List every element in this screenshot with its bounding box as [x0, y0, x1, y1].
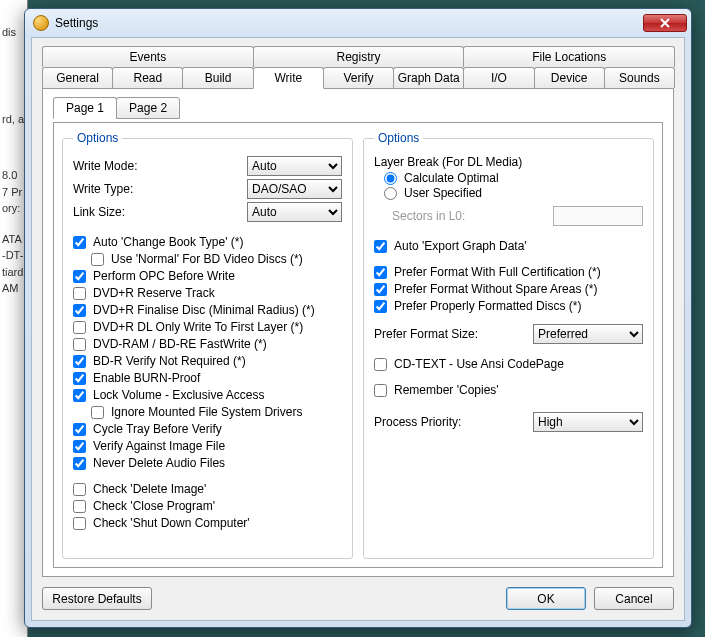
close-button[interactable] [643, 14, 687, 32]
bdr-verify-checkbox[interactable] [73, 355, 86, 368]
check-close-program-label[interactable]: Check 'Close Program' [93, 498, 215, 514]
write-type-select[interactable]: DAO/SAO [247, 179, 342, 199]
remember-copies-label[interactable]: Remember 'Copies' [394, 382, 499, 398]
radio-user-specified-label[interactable]: User Specified [404, 186, 482, 200]
verify-against-image-checkbox[interactable] [73, 440, 86, 453]
link-size-label: Link Size: [73, 205, 241, 219]
settings-window: Settings Events Registry File Locations … [24, 8, 692, 628]
cdtext-ansi-checkbox[interactable] [374, 358, 387, 371]
layer-break-title: Layer Break (For DL Media) [374, 155, 643, 169]
prefer-no-spare-label[interactable]: Prefer Format Without Spare Areas (*) [394, 281, 597, 297]
tab-panel: Page 1 Page 2 Options Write Mode: Auto [42, 88, 674, 577]
enable-burnproof-checkbox[interactable] [73, 372, 86, 385]
use-normal-bd-checkbox[interactable] [91, 253, 104, 266]
auto-change-book-type-label[interactable]: Auto 'Change Book Type' (*) [93, 234, 243, 250]
client-area: Events Registry File Locations General R… [31, 37, 685, 621]
never-delete-audio-label[interactable]: Never Delete Audio Files [93, 455, 225, 471]
dvdr-finalise-checkbox[interactable] [73, 304, 86, 317]
prefer-properly-fmt-label[interactable]: Prefer Properly Formatted Discs (*) [394, 298, 581, 314]
verify-against-image-label[interactable]: Verify Against Image File [93, 438, 225, 454]
dvdram-fastwrite-checkbox[interactable] [73, 338, 86, 351]
cycle-tray-label[interactable]: Cycle Tray Before Verify [93, 421, 222, 437]
process-priority-label: Process Priority: [374, 415, 527, 429]
dialog-footer: Restore Defaults OK Cancel [42, 577, 674, 610]
prefer-full-cert-label[interactable]: Prefer Format With Full Certification (*… [394, 264, 601, 280]
tab-write[interactable]: Write [253, 67, 324, 89]
right-options-group: Options Layer Break (For DL Media) Calcu… [363, 131, 654, 559]
tab-row-bottom: General Read Build Write Verify Graph Da… [42, 67, 674, 88]
ok-button[interactable]: OK [506, 587, 586, 610]
prefer-no-spare-checkbox[interactable] [374, 283, 387, 296]
dvdr-dl-first-checkbox[interactable] [73, 321, 86, 334]
tab-read[interactable]: Read [112, 67, 183, 88]
perform-opc-checkbox[interactable] [73, 270, 86, 283]
left-options-group: Options Write Mode: Auto Write Type: DAO… [62, 131, 353, 559]
page-1-area: Options Write Mode: Auto Write Type: DAO… [53, 122, 663, 568]
auto-export-graph-checkbox[interactable] [374, 240, 387, 253]
window-title: Settings [55, 16, 643, 30]
dvdr-reserve-checkbox[interactable] [73, 287, 86, 300]
prefer-format-size-select[interactable]: Preferred [533, 324, 643, 344]
use-normal-bd-label[interactable]: Use 'Normal' For BD Video Discs (*) [111, 251, 303, 267]
write-type-label: Write Type: [73, 182, 241, 196]
write-mode-select[interactable]: Auto [247, 156, 342, 176]
radio-calc-optimal-label[interactable]: Calculate Optimal [404, 171, 499, 185]
tab-general[interactable]: General [42, 67, 113, 88]
tab-file-locations[interactable]: File Locations [463, 46, 675, 67]
auto-export-graph-label[interactable]: Auto 'Export Graph Data' [394, 238, 527, 254]
left-options-legend: Options [73, 131, 122, 145]
link-size-select[interactable]: Auto [247, 202, 342, 222]
check-delete-image-label[interactable]: Check 'Delete Image' [93, 481, 206, 497]
dvdr-dl-first-label[interactable]: DVD+R DL Only Write To First Layer (*) [93, 319, 303, 335]
tab-sounds[interactable]: Sounds [604, 67, 675, 88]
check-shutdown-checkbox[interactable] [73, 517, 86, 530]
titlebar[interactable]: Settings [25, 9, 691, 37]
dvdr-finalise-label[interactable]: DVD+R Finalise Disc (Minimal Radius) (*) [93, 302, 315, 318]
tab-build[interactable]: Build [182, 67, 253, 88]
sectors-l0-label: Sectors in L0: [392, 209, 547, 223]
page-tab-1[interactable]: Page 1 [53, 97, 117, 119]
perform-opc-label[interactable]: Perform OPC Before Write [93, 268, 235, 284]
cdtext-ansi-label[interactable]: CD-TEXT - Use Ansi CodePage [394, 356, 564, 372]
tab-row-top: Events Registry File Locations [42, 46, 674, 67]
tab-io[interactable]: I/O [463, 67, 534, 88]
restore-defaults-button[interactable]: Restore Defaults [42, 587, 152, 610]
sectors-l0-input [553, 206, 643, 226]
bdr-verify-label[interactable]: BD-R Verify Not Required (*) [93, 353, 246, 369]
page-tabs: Page 1 Page 2 [53, 97, 663, 119]
radio-calc-optimal[interactable] [384, 172, 397, 185]
tab-graph-data[interactable]: Graph Data [393, 67, 464, 88]
prefer-full-cert-checkbox[interactable] [374, 266, 387, 279]
process-priority-select[interactable]: High [533, 412, 643, 432]
lock-volume-checkbox[interactable] [73, 389, 86, 402]
auto-change-book-type-checkbox[interactable] [73, 236, 86, 249]
write-mode-label: Write Mode: [73, 159, 241, 173]
lock-volume-label[interactable]: Lock Volume - Exclusive Access [93, 387, 264, 403]
dvdram-fastwrite-label[interactable]: DVD-RAM / BD-RE FastWrite (*) [93, 336, 267, 352]
prefer-format-size-label: Prefer Format Size: [374, 327, 527, 341]
enable-burnproof-label[interactable]: Enable BURN-Proof [93, 370, 200, 386]
ignore-mounted-checkbox[interactable] [91, 406, 104, 419]
never-delete-audio-checkbox[interactable] [73, 457, 86, 470]
page-tab-2[interactable]: Page 2 [116, 97, 180, 119]
cycle-tray-checkbox[interactable] [73, 423, 86, 436]
dvdr-reserve-label[interactable]: DVD+R Reserve Track [93, 285, 215, 301]
radio-user-specified[interactable] [384, 187, 397, 200]
tab-events[interactable]: Events [42, 46, 254, 67]
remember-copies-checkbox[interactable] [374, 384, 387, 397]
app-icon [33, 15, 49, 31]
right-options-legend: Options [374, 131, 423, 145]
tab-device[interactable]: Device [534, 67, 605, 88]
tab-verify[interactable]: Verify [323, 67, 394, 88]
ignore-mounted-label[interactable]: Ignore Mounted File System Drivers [111, 404, 302, 420]
check-close-program-checkbox[interactable] [73, 500, 86, 513]
check-delete-image-checkbox[interactable] [73, 483, 86, 496]
check-shutdown-label[interactable]: Check 'Shut Down Computer' [93, 515, 250, 531]
cancel-button[interactable]: Cancel [594, 587, 674, 610]
prefer-properly-fmt-checkbox[interactable] [374, 300, 387, 313]
tab-registry[interactable]: Registry [253, 46, 465, 67]
close-icon [660, 18, 670, 28]
